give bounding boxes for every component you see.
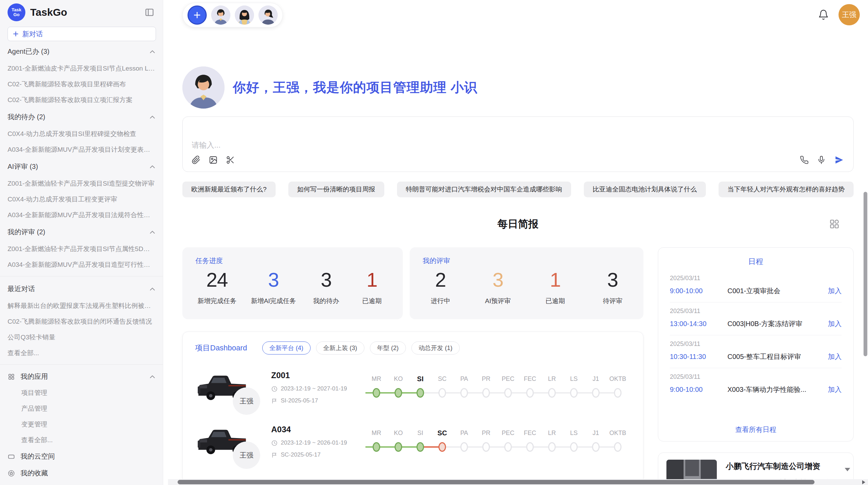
horizontal-scrollbar[interactable] [168,479,868,485]
stat-value: 1 [540,268,571,291]
horizontal-scrollbar-thumb[interactable] [178,480,815,484]
sidebar-section-header[interactable]: 我的评审 (2) [0,223,163,241]
chevron-up-icon[interactable] [149,287,155,291]
milestone-mr: MR [365,428,387,455]
add-agent-button[interactable] [188,5,207,25]
milestone-fec: FEC [519,428,541,455]
sidebar-task-item[interactable]: Z001-全新燃油轻卡产品开发项目SI节点属性5D文件评审 [0,241,163,257]
agent-crew-pill [182,3,283,27]
chevron-up-icon[interactable] [149,115,155,119]
avatar-woman-long-hair-icon[interactable] [235,5,254,25]
sidebar-section-header[interactable]: AI评审 (3) [0,158,163,176]
notifications-bell-icon[interactable] [818,9,829,20]
project-dashboard-card: 项目Dashboard 全新平台 (4)全新上装 (3)年型 (2)动总开发 (… [182,332,643,485]
attach-icon[interactable] [192,156,201,164]
suggestion-chip[interactable]: 特朗普可能对进口汽车增税会对中国车企造成哪些影响 [397,182,571,197]
milestone-sc: SC [431,374,453,400]
sidebar-task-item[interactable]: A034-全新新能源MUV产品开发项目计划变更表编写 [0,142,163,158]
sidebar-item-cloud-space[interactable]: 我的云空间 [0,448,163,465]
stat-card-title: 我的评审 [423,256,630,265]
stat-card: 任务进度24新增完成任务3新增AI完成任务3我的待办1已逾期 [182,247,403,319]
milestone-label: PEC [497,428,519,437]
milestone-node [497,385,519,400]
milestone-mr: MR [365,374,387,400]
sidebar-task-item[interactable]: Z001-全新燃油轻卡产品开发项目SI造型提交物评审 [0,176,163,191]
avatar-woman-bun-icon[interactable] [258,5,278,25]
milestone-label: SI [409,428,431,437]
image-upload-icon[interactable] [209,156,218,164]
stat-item: 2进行中 [425,268,456,306]
layout-grid-icon[interactable] [829,219,840,229]
event-time: 9:00-10:00 [670,287,727,295]
milestone-label: LS [563,374,585,383]
milestone-pec: PEC [497,428,519,455]
sidebar-item-my-apps[interactable]: 我的应用 [0,368,163,385]
sidebar-task-item[interactable]: A034-全新新能源MUV产品开发项目造型可行性评审 [0,257,163,273]
app-sub-item[interactable]: 产品管理 [0,401,163,416]
suggestion-chip[interactable]: 比亚迪全固态电池计划具体说了什么 [584,182,706,197]
dashboard-filter-tab[interactable]: 全新平台 (4) [262,341,311,355]
sidebar-task-item[interactable]: C0X4-动力总成开发项目SI里程碑提交物检查 [0,126,163,142]
suggestion-chip[interactable]: 当下年轻人对汽车外观有怎样的喜好趋势 [719,182,854,197]
sidebar-section-header-recent[interactable]: 最近对话 [0,280,163,298]
dashboard-filter-tab[interactable]: 动总开发 (1) [411,341,460,355]
milestone-pa: PA [453,374,475,400]
chevron-up-icon[interactable] [149,231,155,234]
dashboard-filter-tab[interactable]: 年型 (2) [370,341,406,355]
scissors-icon[interactable] [226,156,235,164]
recent-chat-item[interactable]: 查看全部... [0,345,163,361]
sidebar-item-star-circle[interactable]: 我的收藏 [0,465,163,482]
recent-chat-item[interactable]: 解释最新出台的欧盟报废车法规再生塑料比例被调至15%... [0,298,163,314]
milestone-node [409,385,431,400]
sidebar-section-title: Agent已办 (3) [8,47,49,56]
event-date: 2025/03/11 [670,373,842,381]
assistant-avatar [182,66,225,109]
app-sub-item[interactable]: 变更管理 [0,416,163,432]
milestone-label: J1 [585,428,607,437]
user-avatar[interactable]: 王强 [839,4,860,25]
chevron-up-icon[interactable] [149,50,155,53]
sidebar-task-item[interactable]: A034-全新新能源MUV产品开发项目法规符合性评审 [0,207,163,223]
milestone-oktb: OKTB [607,428,629,455]
milestone-label: FEC [519,374,541,383]
milestone-node [607,385,629,400]
join-meeting-link[interactable]: 加入 [828,352,842,361]
dashboard-filter-tab[interactable]: 全新上装 (3) [316,341,364,355]
suggestion-chip[interactable]: 如何写一份清晰的项目周报 [288,182,384,197]
chevron-up-icon[interactable] [149,375,155,378]
avatar-man-icon[interactable] [211,5,230,25]
chevron-up-icon[interactable] [149,165,155,169]
project-date-range: 2023-12-19 ~ 2027-01-19 [271,385,355,392]
milestone-dot [504,388,512,398]
milestone-label: KO [387,428,409,437]
recent-chat-item[interactable]: C02-飞腾新能源轻客改款项目的闭环通告反馈情况 [0,314,163,329]
sidebar-section-header[interactable]: 我的待办 (2) [0,108,163,126]
sidebar-section-header[interactable]: Agent已办 (3) [0,42,163,61]
new-chat-button[interactable]: 新对话 [8,27,156,41]
recent-chat-item[interactable]: 公司Q3轻卡销量 [0,329,163,345]
join-meeting-link[interactable]: 加入 [828,385,842,394]
join-meeting-link[interactable]: 加入 [828,319,842,328]
vertical-scrollbar-thumb[interactable] [864,192,867,356]
suggestion-chip[interactable]: 欧洲新规最近颁布了什么? [182,182,276,197]
sidebar-task-item[interactable]: Z001-全新燃油皮卡产品开发项目SI节点Lesson Learn报告 [0,61,163,76]
sidebar-task-item[interactable]: C02-飞腾新能源轻客改款项目立项汇报方案 [0,92,163,108]
app-sub-item[interactable]: 查看全部... [0,432,163,448]
stat-label: 待评审 [597,297,628,306]
project-date-range-text: 2023-12-19 ~ 2026-01-19 [281,439,347,446]
view-all-schedule-link[interactable]: 查看所有日程 [670,421,842,436]
app-sub-item[interactable]: 项目管理 [0,385,163,401]
stat-row: 24新增完成任务3新增AI完成任务3我的待办1已逾期 [195,268,390,306]
voice-call-icon[interactable] [800,156,809,164]
stat-row: 2进行中3AI预评审1已逾期3待评审 [423,268,630,306]
logo-text-bottom: Go [13,12,20,17]
collapse-sidebar-icon[interactable] [143,6,156,18]
microphone-icon[interactable] [817,156,826,164]
scroll-down-arrow-icon[interactable] [845,468,850,471]
chat-input[interactable] [192,141,844,150]
send-icon[interactable] [834,155,844,165]
project-name: Z001 [271,371,355,380]
join-meeting-link[interactable]: 加入 [828,286,842,296]
sidebar-task-item[interactable]: C02-飞腾新能源轻客改款项目里程碑画布 [0,76,163,92]
sidebar-task-item[interactable]: C0X4-动力总成开发项目工程变更评审 [0,191,163,207]
